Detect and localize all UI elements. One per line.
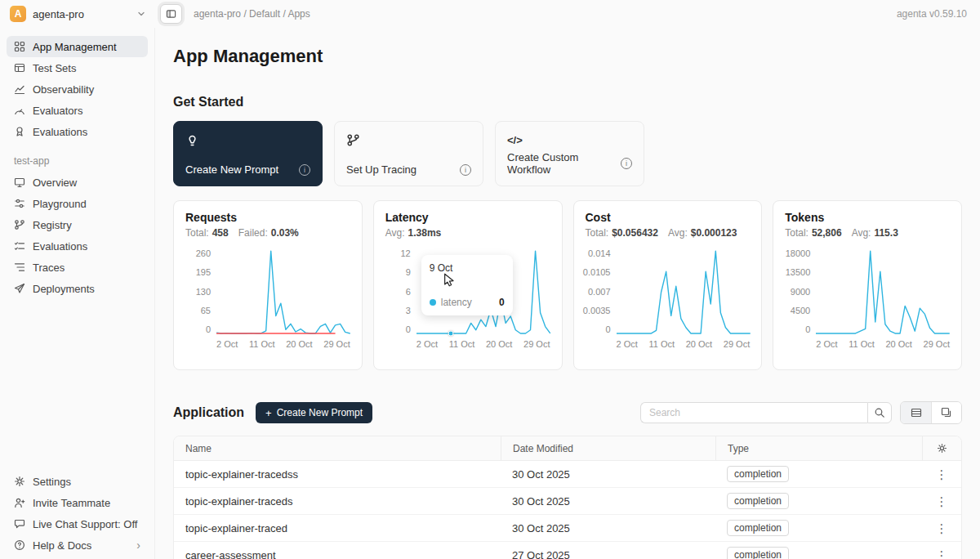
workspace-selector[interactable]: A agenta-pro [0,6,155,22]
row-menu-button[interactable]: ⋮ [936,522,948,534]
sidebar-item-traces[interactable]: Traces [7,257,148,278]
create-new-prompt-button[interactable]: + Create New Prompt [256,402,372,423]
sidebar-item-registry[interactable]: Registry [7,214,148,235]
checklist-icon [14,240,25,252]
cost-chart[interactable] [617,249,751,334]
sidebar-item-settings[interactable]: Settings [7,471,148,492]
view-toggle [900,401,962,424]
search-input[interactable] [640,402,867,423]
type-badge: completion [727,547,789,559]
sidebar: App Management Test Sets Observability E… [0,28,155,559]
metric-title: Tokens [785,211,950,224]
x-tick-label: 11 Oct [849,340,875,349]
sidebar-item-live-chat[interactable]: Live Chat Support: Off [7,513,148,534]
requests-chart[interactable] [216,249,350,334]
search-icon [874,407,885,418]
sidebar-item-label: Evaluations [33,126,87,138]
card-view-icon [941,407,952,418]
stat: Total:52,806 [785,227,841,239]
table-row[interactable]: topic-explainer-traced 30 Oct 2025 compl… [174,515,961,542]
create-new-prompt-card[interactable]: Create New Prompt i [173,121,323,186]
sidebar-item-observability[interactable]: Observability [7,78,148,100]
table-settings-button[interactable] [922,436,961,460]
sidebar-item-app-evaluations[interactable]: Evaluations [7,235,148,257]
app-name: topic-explainer-traced [174,522,501,534]
y-tick-label: 65 [201,306,211,315]
prompt-bulb-icon [185,133,199,147]
gear-icon [937,443,947,454]
sidebar-item-label: Observability [33,83,94,96]
sidebar-item-help-docs[interactable]: Help & Docs › [7,534,148,556]
code-icon: </> [507,132,632,148]
sidebar-collapse-button[interactable] [160,4,182,24]
question-circle-icon [14,539,25,551]
stat: Avg:115.3 [852,227,898,239]
column-header-date-modified[interactable]: Date Modified [501,436,715,460]
stat: Total:$0.056432 [586,227,658,239]
info-icon[interactable]: i [460,164,471,176]
page-title: App Management [173,46,962,67]
sidebar-item-label: Settings [33,476,71,488]
tooltip-series: latency [441,297,472,308]
x-tick-label: 29 Oct [523,340,550,349]
search-button[interactable] [867,402,892,423]
table-row[interactable]: topic-explainer-traceds 30 Oct 2025 comp… [174,488,961,515]
sliders-icon [14,198,25,209]
x-tick-label: 20 Oct [286,340,312,349]
sidebar-item-playground[interactable]: Playground [7,193,148,214]
x-tick-label: 29 Oct [924,340,950,349]
sidebar-item-overview[interactable]: Overview [7,172,148,193]
info-icon[interactable]: i [299,164,310,176]
sidebar-item-app-management[interactable]: App Management [7,36,148,57]
sidebar-item-deployments[interactable]: Deployments [7,278,148,299]
x-tick-label: 2 Oct [816,340,837,349]
metric-card-latency: Latency Avg:1.38ms 129630 2 Oct11 Oct20 … [373,200,563,370]
chevron-down-icon [137,10,145,18]
chat-bubble-icon [14,518,25,530]
tokens-series-line [816,251,950,333]
info-icon[interactable]: i [621,158,632,169]
sidebar-item-label: Deployments [33,283,95,295]
sidebar-item-invite-teammate[interactable]: Invite Teammate [7,492,148,513]
desktop-icon [14,177,25,188]
badge-icon [14,126,25,137]
breadcrumb[interactable]: agenta-pro / Default / Apps [194,8,310,20]
cost-series-line [617,251,751,333]
sidebar-bottom: Settings Invite Teammate Live Chat Suppo… [7,471,148,556]
y-tick-label: 195 [196,268,211,277]
sidebar-item-evaluators[interactable]: Evaluators [7,100,148,121]
app-date-modified: 30 Oct 2025 [501,522,715,534]
table-row[interactable]: topic-explainer-tracedss 30 Oct 2025 com… [174,461,961,488]
paper-plane-icon [14,283,25,294]
x-axis: 2 Oct11 Oct20 Oct29 Oct [617,340,751,349]
hover-point-dot [448,330,454,336]
metric-title: Requests [185,211,350,224]
metric-card-tokens: Tokens Total:52,806 Avg:115.3 1800013500… [773,200,962,370]
metric-stats: Total:$0.056432 Avg:$0.000123 [586,227,751,239]
sidebar-item-test-sets[interactable]: Test Sets [7,57,148,78]
metric-title: Latency [385,211,550,224]
plus-icon: + [265,408,272,418]
tokens-chart[interactable] [816,249,950,334]
requests-series-line [216,251,350,333]
metric-stats: Total:52,806 Avg:115.3 [785,227,950,239]
metric-title: Cost [586,211,751,224]
table-row[interactable]: career-assessment 27 Oct 2025 completion… [174,542,961,559]
sidebar-item-label: Evaluations [33,240,87,253]
column-header-name[interactable]: Name [174,443,501,454]
set-up-tracing-card[interactable]: Set Up Tracing i [334,121,483,186]
sidebar-item-evaluations[interactable]: Evaluations [7,121,148,142]
x-tick-label: 11 Oct [648,340,675,349]
sidebar-item-label: Evaluators [33,105,82,117]
create-custom-workflow-card[interactable]: </> Create Custom Workflow i [495,121,644,186]
table-view-button[interactable] [901,402,931,423]
app-date-modified: 27 Oct 2025 [501,549,715,559]
y-tick-label: 0 [805,325,810,334]
row-menu-button[interactable]: ⋮ [936,468,948,481]
main-content: App Management Get Started Create New Pr… [155,28,980,559]
y-axis: 260195130650 [185,249,216,334]
column-header-type[interactable]: Type [715,436,922,460]
card-view-button[interactable] [931,402,961,423]
row-menu-button[interactable]: ⋮ [936,549,948,559]
row-menu-button[interactable]: ⋮ [936,495,948,508]
